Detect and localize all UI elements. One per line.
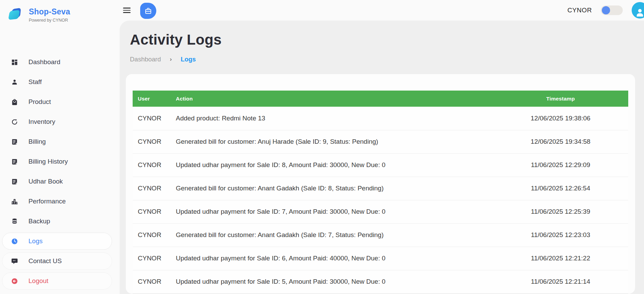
content-panel: Activity Logs Dashboard › Logs User Acti… <box>120 21 644 294</box>
cell-action: Updated udhar payment for Sale ID: 8, Am… <box>171 153 493 177</box>
database-icon <box>11 217 18 225</box>
sidebar-item-staff[interactable]: Staff <box>2 73 112 91</box>
sidebar-item-contact-us[interactable]: Contact US <box>2 252 112 270</box>
user-avatar[interactable] <box>632 2 644 19</box>
refresh-icon <box>11 118 18 126</box>
cell-timestamp: 11/06/2025 12:23:03 <box>493 223 628 247</box>
chat-bubble-icon <box>11 257 18 265</box>
sidebar-item-performance[interactable]: Performance <box>2 193 112 210</box>
column-header-timestamp: Timestamp <box>493 91 628 107</box>
hamburger-menu-icon[interactable] <box>123 8 131 13</box>
table-header-row: User Action Timestamp <box>133 91 628 107</box>
app-window: Shop-Seva Powered by CYNOR Dashboard Sta… <box>0 0 644 294</box>
sidebar-item-label: Billing History <box>28 158 68 165</box>
shop-seva-logo-icon <box>8 7 23 22</box>
cell-user: CYNOR <box>133 107 171 130</box>
column-header-user: User <box>133 91 171 107</box>
shopping-bag-icon <box>11 98 18 106</box>
cell-user: CYNOR <box>133 130 171 153</box>
sidebar: Shop-Seva Powered by CYNOR Dashboard Sta… <box>0 0 114 294</box>
sidebar-item-label: Udhar Book <box>28 178 63 185</box>
person-icon <box>11 78 18 86</box>
table-row: CYNOR Generated bill for customer: Anant… <box>133 177 628 200</box>
brand-logo[interactable]: Shop-Seva Powered by CYNOR <box>2 0 112 25</box>
briefcase-app-button[interactable] <box>140 3 156 19</box>
cell-action: Generated bill for customer: Anant Gadak… <box>171 177 493 200</box>
bar-chart-icon <box>11 198 18 205</box>
topbar-username: CYNOR <box>567 7 592 14</box>
activity-logs-table: User Action Timestamp CYNOR Added produc… <box>133 91 628 294</box>
cell-user: CYNOR <box>133 223 171 247</box>
sidebar-item-label: Logs <box>28 237 42 245</box>
sidebar-item-billing-history[interactable]: Billing History <box>2 153 112 170</box>
sidebar-item-udhar-book[interactable]: Udhar Book <box>2 173 112 190</box>
sidebar-item-label: Staff <box>28 78 42 86</box>
cell-timestamp: 11/06/2025 12:25:39 <box>493 200 628 223</box>
cell-user: CYNOR <box>133 153 171 177</box>
cell-timestamp: 11/06/2025 12:21:22 <box>493 247 628 270</box>
cell-action: Added product: Redmi Note 13 <box>171 107 493 130</box>
sidebar-item-label: Dashboard <box>28 58 60 66</box>
cell-action: Updated udhar payment for Sale ID: 7, Am… <box>171 200 493 223</box>
table-row: CYNOR Generated bill for customer: Anant… <box>133 223 628 247</box>
cell-timestamp: 11/06/2025 12:21:14 <box>493 270 628 293</box>
cell-timestamp: 12/06/2025 19:34:58 <box>493 130 628 153</box>
sidebar-item-label: Contact US <box>28 257 62 265</box>
logout-arrow-icon <box>11 277 18 285</box>
user-icon <box>634 7 644 19</box>
sidebar-item-backup[interactable]: Backup <box>2 213 112 230</box>
cell-timestamp: 12/06/2025 19:38:06 <box>493 107 628 130</box>
cell-user: CYNOR <box>133 200 171 223</box>
sidebar-menu: Dashboard Staff Product Inventory <box>2 54 112 290</box>
toggle-knob <box>602 6 610 14</box>
breadcrumb-separator: › <box>170 56 172 63</box>
sidebar-item-dashboard[interactable]: Dashboard <box>2 54 112 71</box>
table-row: CYNOR Updated udhar payment for Sale ID:… <box>133 247 628 270</box>
breadcrumb: Dashboard › Logs <box>130 56 635 63</box>
sidebar-item-label: Billing <box>28 138 46 145</box>
main-area: CYNOR Activity Logs Dashboard › Logs <box>114 0 644 294</box>
sidebar-item-logout[interactable]: Logout <box>2 272 112 290</box>
cell-action: Updated udhar payment for Sale ID: 6, Am… <box>171 247 493 270</box>
table-row: CYNOR Updated udhar payment for Sale ID:… <box>133 270 628 293</box>
cell-action: Generated bill for customer: Anant Gadak… <box>171 223 493 247</box>
sidebar-item-logs[interactable]: Logs <box>2 233 112 250</box>
topbar: CYNOR <box>114 0 644 21</box>
sidebar-item-inventory[interactable]: Inventory <box>2 113 112 130</box>
table-row: CYNOR Updated udhar payment for Sale ID:… <box>133 200 628 223</box>
cell-action: Updated udhar payment for Sale ID: 5, Am… <box>171 270 493 293</box>
dashboard-grid-icon <box>11 58 18 66</box>
sidebar-item-label: Logout <box>28 277 48 285</box>
cell-user: CYNOR <box>133 270 171 293</box>
brand-name: Shop-Seva <box>29 7 70 16</box>
table-row: CYNOR Generated bill for customer: Anuj … <box>133 130 628 153</box>
sidebar-item-label: Inventory <box>28 118 55 126</box>
brand-tagline: Powered by CYNOR <box>29 18 70 23</box>
cell-user: CYNOR <box>133 177 171 200</box>
sidebar-item-billing[interactable]: Billing <box>2 133 112 150</box>
sidebar-item-label: Performance <box>28 198 66 205</box>
table-row: CYNOR Added product: Redmi Note 13 12/06… <box>133 107 628 130</box>
sidebar-item-label: Product <box>28 98 51 106</box>
sidebar-item-label: Backup <box>28 217 50 225</box>
page-title: Activity Logs <box>130 32 635 48</box>
clock-icon <box>11 237 18 245</box>
logs-card: User Action Timestamp CYNOR Added produc… <box>126 74 635 294</box>
theme-toggle[interactable] <box>601 5 623 15</box>
briefcase-icon <box>144 7 152 15</box>
receipt-icon <box>11 138 18 145</box>
cell-timestamp: 11/06/2025 12:29:09 <box>493 153 628 177</box>
cell-action: Generated bill for customer: Anuj Harade… <box>171 130 493 153</box>
cell-user: CYNOR <box>133 247 171 270</box>
receipt-icon <box>11 178 18 185</box>
receipt-icon <box>11 158 18 165</box>
table-row: CYNOR Updated udhar payment for Sale ID:… <box>133 153 628 177</box>
breadcrumb-logs-link[interactable]: Logs <box>181 56 196 63</box>
sidebar-item-product[interactable]: Product <box>2 93 112 110</box>
column-header-action: Action <box>171 91 493 107</box>
breadcrumb-dashboard-link[interactable]: Dashboard <box>130 56 161 63</box>
cell-timestamp: 11/06/2025 12:26:54 <box>493 177 628 200</box>
